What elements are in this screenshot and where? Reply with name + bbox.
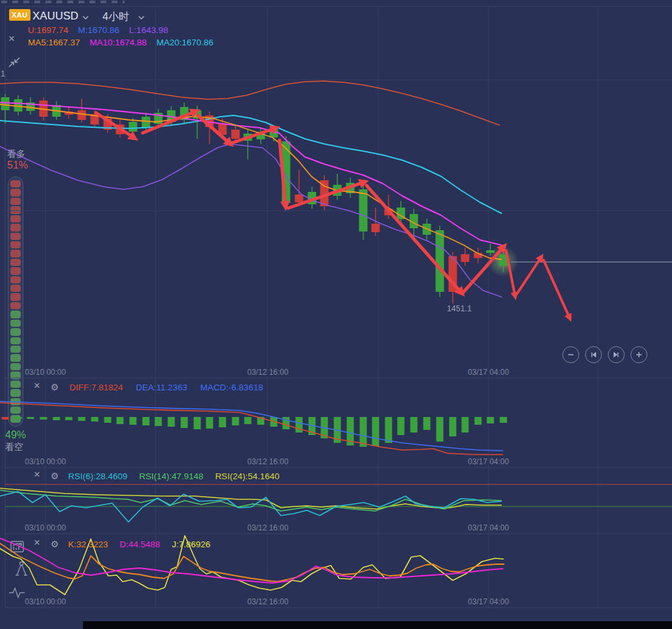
macd-dea-value: DEA:11.2363	[136, 383, 187, 392]
ma10-value: MA10:1674.88	[90, 38, 147, 47]
ma5-value: MA5:1667.37	[28, 38, 80, 47]
zoom-in-button[interactable]	[630, 346, 647, 363]
kdj-settings-gear-icon[interactable]: ⚙	[51, 539, 59, 549]
low-price-label: 1451.1	[438, 304, 480, 313]
cropped-toolbar-text	[1, 1, 125, 3]
macd-diff-value: DIFF:7.81824	[69, 383, 123, 392]
main-axis-time-3: 03/17 04:00	[468, 368, 509, 377]
zoom-out-button[interactable]	[562, 346, 579, 363]
rsi-axis-time-3: 03/17 04:00	[468, 523, 509, 532]
ma-values-row: MA5:1667.37 MA10:1674.88 MA20:1670.86	[28, 38, 213, 47]
rsi14-value: RSI(14):47.9148	[139, 471, 204, 481]
bear-label: 看空	[5, 442, 23, 453]
symbol-badge: XAU	[9, 9, 30, 21]
rsi24-value: RSI(24):54.1640	[215, 471, 280, 481]
ma20-value: MA20:1670.86	[156, 38, 213, 47]
collapse-pane-icon[interactable]	[6, 54, 22, 70]
bull-percent: 51%	[7, 160, 28, 171]
kdj-axis-time-3: 03/17 04:00	[468, 597, 509, 606]
bottom-bar-left-segment	[0, 621, 83, 629]
minus-icon	[567, 351, 575, 359]
main-indicator-close-icon[interactable]: ×	[8, 34, 15, 43]
interval-chevron-down-icon[interactable]	[138, 15, 145, 20]
bear-percent: 49%	[5, 429, 26, 441]
macd-axis-time-1: 03/10 00:00	[25, 457, 66, 466]
plus-icon	[635, 351, 643, 359]
boll-lower-value: L:1643.98	[129, 25, 168, 35]
rsi6-value: RSI(6):28.4609	[68, 471, 128, 481]
chart-canvas[interactable]	[0, 0, 672, 629]
trading-app-window: XAU XAUUSD 4小时 U:1697.74 M:1670.86 L:164…	[0, 0, 672, 629]
macd-axis-time-2: 03/12 16:00	[247, 457, 288, 466]
bottom-taskbar	[0, 621, 672, 629]
skip-to-start-icon	[589, 350, 598, 359]
macd-value: MACD:-6.83618	[200, 383, 263, 392]
kdj-k-value: K:32.3223	[68, 540, 108, 549]
kdj-j-value: J:7.86926	[172, 540, 210, 549]
kdj-axis-time-2: 03/12 16:00	[247, 597, 288, 606]
rsi-settings-gear-icon[interactable]: ⚙	[51, 471, 59, 481]
interval-selector[interactable]: 4小时	[102, 10, 129, 24]
rsi-close-icon[interactable]: ×	[34, 470, 40, 479]
partial-price-scale-label: 1	[1, 69, 5, 78]
symbol-name[interactable]: XAUUSD	[32, 10, 78, 23]
boll-upper-value: U:1697.74	[28, 25, 68, 35]
main-axis-time-2: 03/12 16:00	[247, 368, 288, 377]
macd-settings-gear-icon[interactable]: ⚙	[51, 382, 59, 392]
rsi-axis-time-1: 03/10 00:00	[25, 523, 66, 532]
kdj-axis-time-1: 03/10 00:00	[25, 597, 66, 606]
macd-values-row: DIFF:7.81824 DEA:11.2363 MACD:-6.83618	[69, 383, 263, 392]
boll-values-row: U:1697.74 M:1670.86 L:1643.98	[28, 25, 168, 35]
go-to-end-button[interactable]	[608, 346, 625, 363]
boll-mid-value: M:1670.86	[78, 25, 119, 35]
rsi-values-row: RSI(6):28.4609 RSI(14):47.9148 RSI(24):5…	[68, 471, 280, 481]
kdj-d-value: D:44.5488	[120, 540, 160, 549]
symbol-chevron-down-icon[interactable]	[82, 15, 90, 20]
skip-to-end-icon	[612, 350, 621, 359]
main-axis-time-1: 03/10 00:00	[25, 368, 66, 377]
rsi-axis-time-2: 03/12 16:00	[247, 523, 288, 532]
kdj-close-icon[interactable]: ×	[34, 538, 40, 547]
kdj-values-row: K:32.3223 D:44.5488 J:7.86926	[68, 540, 210, 549]
go-to-start-button[interactable]	[585, 346, 602, 363]
bull-label: 看多	[7, 148, 25, 160]
macd-axis-time-3: 03/17 04:00	[468, 457, 509, 466]
macd-close-icon[interactable]: ×	[34, 381, 40, 390]
